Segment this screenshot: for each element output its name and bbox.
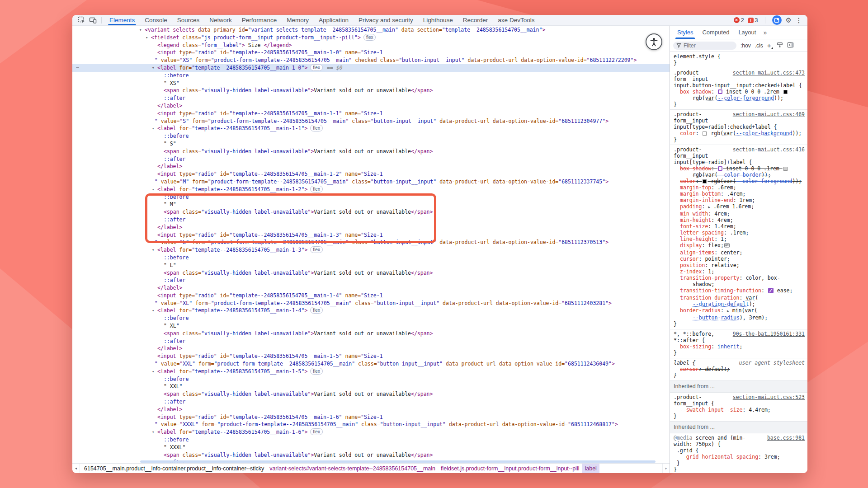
css-declaration[interactable]: box-shadow: inset 0 0 0 .1rem bbox=[673, 165, 805, 172]
css-rule[interactable]: section-mai…uct.css:523.product-form__in… bbox=[670, 393, 807, 422]
css-declaration[interactable]: border-radius: ▶ min(var( bbox=[673, 307, 805, 314]
bezier-editor-icon[interactable] bbox=[768, 288, 774, 295]
dom-tree-node[interactable]: ::before bbox=[72, 193, 670, 201]
dom-tree-node[interactable]: ▾<variant-selects data-primary id="varia… bbox=[72, 26, 670, 34]
dom-tree-node[interactable]: " value="XL" form="product-form-template… bbox=[72, 300, 670, 307]
dom-tree-node[interactable]: ▾<label for="template--24858356154705__m… bbox=[72, 307, 670, 314]
stylesheet-link[interactable]: section-mai…uct.css:416 bbox=[733, 146, 805, 153]
more-menu-icon[interactable]: ⋮ bbox=[796, 17, 802, 24]
tab-elements[interactable]: Elements bbox=[104, 15, 140, 25]
css-declaration[interactable]: line-height: 1; bbox=[673, 236, 805, 242]
stylesheet-link[interactable]: section-mai…uct.css:473 bbox=[733, 70, 805, 76]
dom-tree-node[interactable]: <span class="visually-hidden label-unava… bbox=[72, 330, 670, 338]
dom-tree-node[interactable]: ▾<label for="template--24858356154705__m… bbox=[72, 125, 670, 132]
css-rule[interactable]: section-mai…uct.css:469.product-form__in… bbox=[670, 110, 807, 145]
css-declaration[interactable]: } bbox=[673, 466, 805, 473]
dom-tree-node[interactable]: ::before bbox=[72, 314, 670, 322]
flex-badge[interactable]: flex bbox=[310, 186, 323, 192]
color-swatch[interactable] bbox=[783, 167, 788, 171]
css-declaration[interactable]: element.style { bbox=[673, 53, 805, 60]
dom-tree-node[interactable]: ::after bbox=[72, 94, 670, 102]
expand-arrow-icon[interactable]: ▾ bbox=[152, 368, 154, 375]
stylesheet-link[interactable]: 90s-the-bat…1950161:331 bbox=[733, 331, 805, 337]
color-swatch[interactable] bbox=[703, 131, 707, 136]
css-declaration[interactable]: box-sizing: inherit; bbox=[673, 343, 805, 350]
css-declaration[interactable]: color: rgb(var(--color-background)); bbox=[673, 130, 805, 136]
dom-tree-node[interactable]: " XXXL" bbox=[72, 444, 670, 451]
css-declaration[interactable]: } bbox=[673, 350, 805, 356]
dom-tree-node[interactable]: <input type="radio" id="template--248583… bbox=[72, 110, 670, 117]
dom-tree-node[interactable]: </label> bbox=[72, 102, 670, 110]
dom-tree-node[interactable]: ::after bbox=[72, 398, 670, 406]
expand-arrow-icon[interactable]: ▾ bbox=[152, 428, 154, 436]
tab-sources[interactable]: Sources bbox=[172, 15, 205, 25]
css-declaration[interactable]: } bbox=[673, 101, 805, 108]
css-declaration[interactable]: min-height: 4rem; bbox=[673, 217, 805, 223]
css-rule[interactable]: section-mai…uct.css:473.product-form__in… bbox=[670, 68, 807, 110]
rendering-emulation-icon[interactable] bbox=[777, 42, 783, 50]
dom-tree-node[interactable]: <span class="visually-hidden label-unava… bbox=[72, 451, 670, 459]
css-declaration[interactable]: transition-timing-function: ease; bbox=[673, 287, 805, 295]
sidebar-tabs-overflow-icon[interactable]: » bbox=[760, 26, 769, 39]
dom-tree-node[interactable]: <span class="visually-hidden label-unava… bbox=[72, 269, 670, 277]
dom-tree-node[interactable]: " value="M" form="product-form-template-… bbox=[72, 178, 670, 186]
flex-badge[interactable]: flex bbox=[310, 64, 323, 71]
dom-tree-node[interactable]: ::after bbox=[72, 216, 670, 224]
css-declaration[interactable]: form__input bbox=[673, 76, 805, 82]
css-declaration[interactable]: .grid { bbox=[673, 447, 805, 454]
dom-tree-node[interactable]: <input type="radio" id="template--248583… bbox=[72, 49, 670, 56]
expand-arrow-icon[interactable]: ▾ bbox=[152, 186, 154, 193]
dom-tree-node[interactable]: ▾<label for="template--24858356154705__m… bbox=[72, 368, 670, 375]
css-rule[interactable]: element.style {} bbox=[670, 52, 807, 68]
css-declaration[interactable]: z-index: 1; bbox=[673, 268, 805, 275]
tab-axe-devtools[interactable]: axe DevTools bbox=[493, 15, 539, 25]
tab-application[interactable]: Application bbox=[314, 15, 354, 25]
shadow-editor-icon[interactable] bbox=[718, 166, 722, 171]
css-declaration[interactable]: min-width: 4rem; bbox=[673, 211, 805, 217]
dom-tree-node[interactable]: ::after bbox=[72, 277, 670, 284]
dom-tree-node[interactable]: " L" bbox=[72, 262, 670, 269]
expand-arrow-icon[interactable]: ▾ bbox=[152, 125, 154, 132]
flex-badge[interactable]: flex bbox=[310, 246, 323, 253]
dom-tree-node[interactable]: " S" bbox=[72, 140, 670, 148]
shadow-editor-icon[interactable] bbox=[718, 89, 722, 94]
dom-tree-node[interactable]: " XL" bbox=[72, 322, 670, 330]
tab-performance[interactable]: Performance bbox=[237, 15, 282, 25]
dom-tree-node[interactable]: </label> bbox=[72, 406, 670, 413]
tab-lighthouse[interactable]: Lighthouse bbox=[418, 15, 458, 25]
dom-tree-node[interactable]: <span class="visually-hidden label-unava… bbox=[72, 390, 670, 398]
tab-recorder[interactable]: Recorder bbox=[458, 15, 493, 25]
css-declaration[interactable]: display: flex; bbox=[673, 242, 805, 249]
expand-arrow-icon[interactable]: ▾ bbox=[152, 64, 154, 72]
issues-button[interactable]: ! 3 bbox=[748, 17, 758, 23]
dom-tree-node[interactable]: ::after bbox=[72, 338, 670, 345]
settings-gear-icon[interactable]: ⚙ bbox=[786, 17, 792, 23]
dom-tree-node[interactable]: ::before bbox=[72, 72, 670, 80]
dom-tree-node[interactable]: <input type="radio" id="template--248583… bbox=[72, 413, 670, 421]
dom-tree-node[interactable]: <span class="visually-hidden label-unava… bbox=[72, 208, 670, 216]
css-declaration[interactable]: --swatch-input--size: 4.4rem; bbox=[673, 407, 805, 413]
dom-tree-node[interactable]: " value="XXXL" form="product-form-templa… bbox=[72, 421, 670, 428]
breadcrumb-item[interactable]: 6154705__main.product__info-container.pr… bbox=[81, 464, 267, 473]
css-rule[interactable]: 90s-the-bat…1950161:331*, *::before,*::a… bbox=[670, 329, 807, 358]
css-declaration[interactable]: } bbox=[673, 413, 805, 419]
css-declaration[interactable]: form__input { bbox=[673, 400, 805, 407]
css-declaration[interactable]: input.button-input__input:checked+label … bbox=[673, 82, 805, 89]
css-declaration[interactable]: } bbox=[673, 136, 805, 143]
sidebar-tab-layout[interactable]: Layout bbox=[734, 26, 760, 39]
css-declaration[interactable]: } bbox=[673, 321, 805, 327]
flex-editor-icon[interactable] bbox=[724, 243, 730, 249]
toggle-element-state-button[interactable]: :hov bbox=[741, 42, 751, 49]
dom-tree-node[interactable]: " value="S" form="product-form-template-… bbox=[72, 117, 670, 125]
node-options-dots[interactable]: ⋯ bbox=[76, 64, 80, 72]
css-declaration[interactable]: font-size: 1.4rem; bbox=[673, 223, 805, 230]
tab-memory[interactable]: Memory bbox=[282, 15, 314, 25]
css-declaration[interactable]: shadow; bbox=[673, 281, 805, 287]
css-declaration[interactable]: --duration-default); bbox=[673, 301, 805, 307]
dom-tree-node[interactable]: </label> bbox=[72, 163, 670, 170]
css-declaration[interactable]: *::after { bbox=[673, 337, 805, 343]
color-swatch[interactable] bbox=[703, 179, 707, 183]
expand-arrow-icon[interactable]: ▾ bbox=[146, 34, 148, 42]
dom-tree-node[interactable]: <input type="radio" id="template--248583… bbox=[72, 170, 670, 178]
breadcrumb-scroll-left-button[interactable]: ◂ bbox=[72, 464, 80, 473]
